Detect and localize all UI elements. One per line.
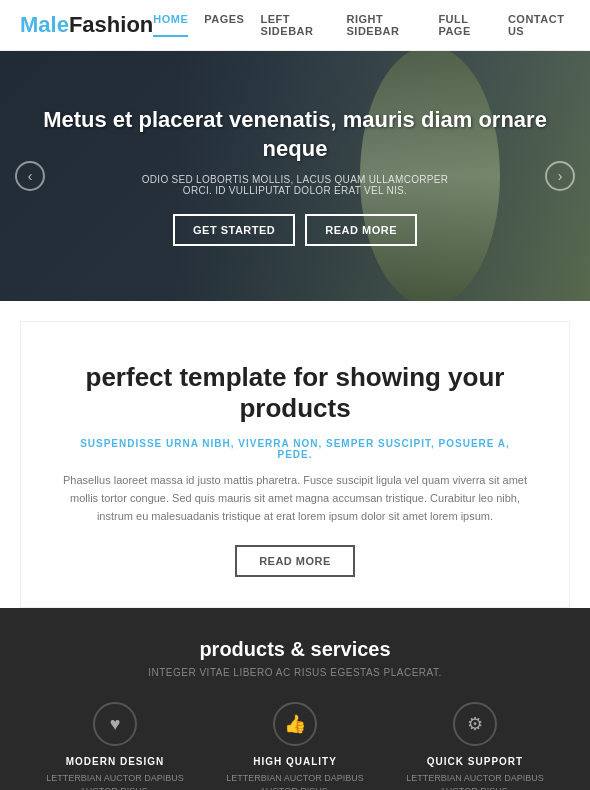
service-desc-0: LETTERBIAN AUCTOR DAPIBUS AUCTOR RISUS. — [30, 772, 200, 790]
thumbsup-icon: 👍 — [273, 702, 317, 746]
nav-right-sidebar[interactable]: RIGHT SIDEBAR — [346, 13, 422, 37]
nav-full-page[interactable]: FULL PAGE — [438, 13, 492, 37]
hero-section: ‹ Metus et placerat venenatis, mauris di… — [0, 51, 590, 301]
heart-icon: ♥ — [93, 702, 137, 746]
service-name-1: HIGH QUALITY — [210, 756, 380, 767]
logo-blue: Male — [20, 12, 69, 37]
navbar: MaleFashion HOME PAGES LEFT SIDEBAR RIGH… — [0, 0, 590, 51]
products-services-subtitle: INTEGER VITAE LIBERO AC RISUS EGESTAS PL… — [30, 667, 560, 678]
read-more-hero-button[interactable]: READ MORE — [305, 214, 417, 246]
service-name-2: QUICK SUPPORT — [390, 756, 560, 767]
read-more-button[interactable]: READ MORE — [235, 545, 355, 577]
service-desc-1: LETTERBIAN AUCTOR DAPIBUS AUCTOR RISUS. — [210, 772, 380, 790]
nav-links: HOME PAGES LEFT SIDEBAR RIGHT SIDEBAR FU… — [153, 13, 570, 37]
gear-icon: ⚙ — [453, 702, 497, 746]
products-services-title: products & services — [30, 638, 560, 661]
feature-title: perfect template for showing your produc… — [61, 362, 529, 424]
hero-title: Metus et placerat venenatis, mauris diam… — [40, 106, 550, 163]
nav-pages[interactable]: PAGES — [204, 13, 244, 37]
service-high-quality: 👍 HIGH QUALITY LETTERBIAN AUCTOR DAPIBUS… — [210, 702, 380, 790]
hero-subtitle: ODIO SED LOBORTIS MOLLIS, LACUS QUAM ULL… — [135, 174, 455, 196]
feature-section: perfect template for showing your produc… — [20, 321, 570, 608]
hero-prev-button[interactable]: ‹ — [15, 161, 45, 191]
service-name-0: MODERN DESIGN — [30, 756, 200, 767]
feature-text: Phasellus laoreet massa id justo mattis … — [61, 472, 529, 525]
nav-contact[interactable]: CONTACT US — [508, 13, 570, 37]
service-desc-2: LETTERBIAN AUCTOR DAPIBUS AUCTOR RISUS. — [390, 772, 560, 790]
hero-next-button[interactable]: › — [545, 161, 575, 191]
services-row: ♥ MODERN DESIGN LETTERBIAN AUCTOR DAPIBU… — [30, 702, 560, 790]
nav-left-sidebar[interactable]: LEFT SIDEBAR — [260, 13, 330, 37]
chevron-right-icon: › — [558, 168, 563, 184]
hero-buttons: GET STARTED READ MORE — [40, 214, 550, 246]
chevron-left-icon: ‹ — [28, 168, 33, 184]
logo[interactable]: MaleFashion — [20, 12, 153, 38]
dark-section: products & services INTEGER VITAE LIBERO… — [0, 608, 590, 790]
feature-subtitle: SUSPENDISSE URNA NIBH, VIVERRA NON, SEMP… — [61, 438, 529, 460]
service-quick-support: ⚙ QUICK SUPPORT LETTERBIAN AUCTOR DAPIBU… — [390, 702, 560, 790]
hero-content: Metus et placerat venenatis, mauris diam… — [0, 106, 590, 245]
nav-home[interactable]: HOME — [153, 13, 188, 37]
logo-dark: Fashion — [69, 12, 153, 37]
get-started-button[interactable]: GET STARTED — [173, 214, 295, 246]
service-modern-design: ♥ MODERN DESIGN LETTERBIAN AUCTOR DAPIBU… — [30, 702, 200, 790]
